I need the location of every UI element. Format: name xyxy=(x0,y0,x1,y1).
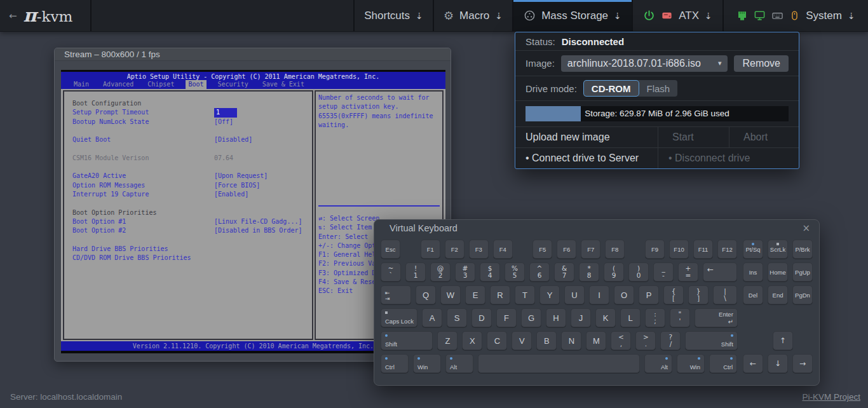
key-pause-break[interactable]: P/Brk xyxy=(792,240,813,259)
key-l[interactable]: L xyxy=(620,308,641,327)
key-d[interactable]: D xyxy=(471,308,492,327)
key-comma[interactable]: <, xyxy=(611,331,631,350)
key-7[interactable]: &7 xyxy=(554,262,574,282)
key-v[interactable]: V xyxy=(512,331,532,350)
key-1[interactable]: !1 xyxy=(405,262,426,282)
key-shift-right[interactable]: Shift xyxy=(685,331,737,350)
key-arrow-up[interactable]: ↑ xyxy=(773,331,793,350)
key-f3[interactable]: F3 xyxy=(469,240,489,259)
key-f7[interactable]: F7 xyxy=(581,240,600,259)
key-f6[interactable]: F6 xyxy=(557,240,576,259)
key-j[interactable]: J xyxy=(571,308,591,327)
key-insert[interactable]: Ins xyxy=(743,262,763,282)
nav-shortcuts-button[interactable]: Shortcuts ⇣ xyxy=(355,0,434,31)
key-backslash[interactable]: |\ xyxy=(713,285,737,304)
keyboard-title-bar[interactable]: Virtual Keyboard × xyxy=(374,220,819,235)
key-k[interactable]: K xyxy=(595,308,616,327)
key-q[interactable]: Q xyxy=(416,285,436,304)
key-esc[interactable]: Esc xyxy=(381,240,400,259)
key-page-up[interactable]: PgUp xyxy=(792,262,813,282)
start-upload-button[interactable]: Start xyxy=(658,127,729,147)
key-delete[interactable]: Del xyxy=(743,285,763,304)
key-h[interactable]: H xyxy=(546,308,566,327)
key-win-right[interactable]: Win xyxy=(677,354,705,373)
key-s[interactable]: S xyxy=(447,308,467,327)
pikvm-project-link[interactable]: Pi-KVM Project xyxy=(802,392,860,402)
key-ctrl-left[interactable]: Ctrl xyxy=(381,354,409,373)
remove-image-button[interactable]: Remove xyxy=(734,55,789,72)
key-enter[interactable]: Enter↵ xyxy=(695,308,738,327)
key-2[interactable]: @2 xyxy=(430,262,451,282)
key-a[interactable]: A xyxy=(422,308,442,327)
key-backquote[interactable]: ~` xyxy=(381,262,401,282)
key-w[interactable]: W xyxy=(440,285,461,304)
key-f2[interactable]: F2 xyxy=(445,240,465,259)
key-bracket-right[interactable]: }] xyxy=(688,285,709,304)
key-ctrl-right[interactable]: Ctrl xyxy=(709,354,737,373)
key-f9[interactable]: F9 xyxy=(645,240,665,259)
key-tab[interactable]: ⇤⇥ xyxy=(381,285,411,304)
key-f4[interactable]: F4 xyxy=(493,240,513,259)
key-alt-right[interactable]: Alt xyxy=(644,354,672,373)
back-arrow[interactable]: ← xyxy=(9,10,17,22)
key-6[interactable]: ^6 xyxy=(529,262,550,282)
key-f11[interactable]: F11 xyxy=(693,240,713,259)
key-f12[interactable]: F12 xyxy=(717,240,737,259)
key-b[interactable]: B xyxy=(536,331,557,350)
key-win-left[interactable]: Win xyxy=(413,354,441,373)
key-shift-left[interactable]: Shift xyxy=(381,331,433,350)
key-bracket-left[interactable]: {[ xyxy=(663,285,684,304)
key-arrow-down[interactable]: ↓ xyxy=(768,354,788,373)
key-scroll-lock[interactable]: ScrLk xyxy=(768,240,788,259)
upload-image-button[interactable]: Upload new image xyxy=(515,127,658,147)
key-page-down[interactable]: PgDn xyxy=(792,285,813,304)
key-alt-left[interactable]: Alt xyxy=(445,354,473,373)
key-0[interactable]: )0 xyxy=(628,262,649,282)
key-m[interactable]: M xyxy=(586,331,606,350)
key-home[interactable]: Home xyxy=(768,262,788,282)
key-slash[interactable]: ?/ xyxy=(660,331,681,350)
key-equal[interactable]: += xyxy=(678,262,698,282)
key-semicolon[interactable]: :; xyxy=(645,308,665,327)
key-quote[interactable]: "' xyxy=(670,308,690,327)
nav-system-button[interactable]: System ⇣ xyxy=(724,0,868,31)
key-caps-lock[interactable]: Caps Lock xyxy=(381,308,417,327)
key-n[interactable]: N xyxy=(561,331,581,350)
key-f1[interactable]: F1 xyxy=(421,240,440,259)
key-backspace[interactable]: ← xyxy=(703,262,737,282)
key-arrow-right[interactable]: → xyxy=(792,354,813,373)
key-f5[interactable]: F5 xyxy=(532,240,552,259)
key-z[interactable]: Z xyxy=(437,331,458,350)
key-3[interactable]: #3 xyxy=(455,262,475,282)
key-5[interactable]: %5 xyxy=(505,262,525,282)
key-p[interactable]: P xyxy=(639,285,659,304)
key-4[interactable]: $4 xyxy=(480,262,500,282)
key-end[interactable]: End xyxy=(768,285,788,304)
close-icon[interactable]: × xyxy=(802,222,810,234)
key-f8[interactable]: F8 xyxy=(605,240,625,259)
mode-flash-button[interactable]: Flash xyxy=(639,81,678,96)
key-9[interactable]: (9 xyxy=(604,262,624,282)
key-o[interactable]: O xyxy=(614,285,634,304)
key-period[interactable]: >. xyxy=(635,331,656,350)
key-e[interactable]: E xyxy=(465,285,485,304)
mode-cdrom-button[interactable]: CD-ROM xyxy=(583,80,639,97)
key-f10[interactable]: F10 xyxy=(669,240,689,259)
key-space[interactable] xyxy=(478,354,640,373)
disconnect-drive-button[interactable]: • Disconnect drive xyxy=(658,148,799,168)
abort-upload-button[interactable]: Abort xyxy=(729,127,799,147)
key-arrow-left[interactable]: ← xyxy=(743,354,763,373)
connect-drive-button[interactable]: • Connect drive to Server xyxy=(515,148,658,168)
key-y[interactable]: Y xyxy=(539,285,560,304)
image-select[interactable]: archlinux-2018.07.01-i686.iso ▾ xyxy=(561,55,728,72)
logo-block[interactable]: ← π-kvm xyxy=(0,0,92,31)
key-t[interactable]: T xyxy=(515,285,535,304)
nav-atx-button[interactable]: ATX ⇣ xyxy=(633,0,724,31)
nav-mass-storage-button[interactable]: Mass Storage ⇣ xyxy=(513,0,633,31)
key-u[interactable]: U xyxy=(564,285,585,304)
key-i[interactable]: I xyxy=(589,285,609,304)
key-c[interactable]: C xyxy=(487,331,507,350)
key-x[interactable]: X xyxy=(462,331,482,350)
key-g[interactable]: G xyxy=(521,308,541,327)
key-f[interactable]: F xyxy=(496,308,517,327)
